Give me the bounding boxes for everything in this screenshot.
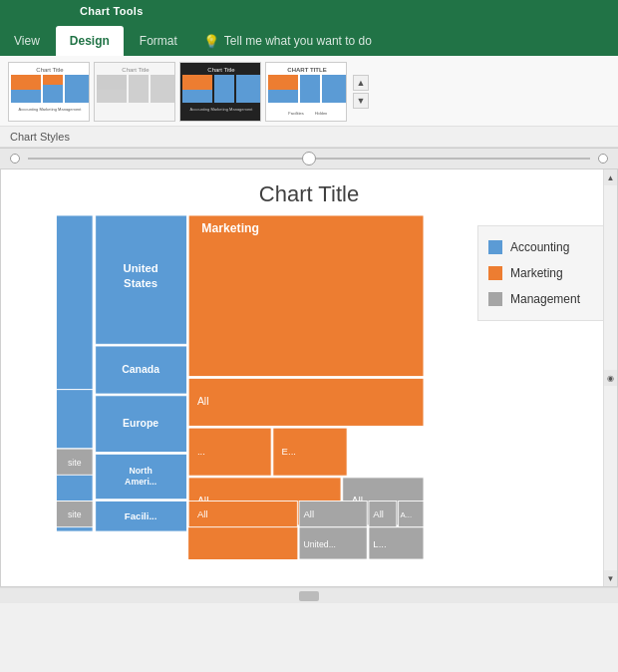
tab-row: View Design Format 💡 Tell me what you wa…	[0, 22, 618, 56]
style-thumb-4[interactable]: CHART TITLE Facilities Hidden	[265, 62, 347, 122]
svg-text:All: All	[303, 508, 314, 519]
svg-rect-28	[56, 390, 93, 449]
svg-text:Hidden: Hidden	[315, 111, 328, 116]
chart-tools-label: Chart Tools	[80, 5, 144, 17]
style-thumb-3[interactable]: Chart Title Accounting Marketing Managem…	[179, 62, 261, 122]
svg-rect-18	[236, 75, 260, 103]
scrollbar-up-btn[interactable]: ▲	[604, 169, 618, 185]
scroll-down-arrow[interactable]: ▼	[353, 93, 369, 109]
svg-text:Chart Title: Chart Title	[122, 67, 150, 73]
svg-text:...: ...	[197, 446, 205, 457]
svg-text:Marketing: Marketing	[201, 221, 259, 235]
svg-text:All: All	[197, 396, 209, 407]
tab-design[interactable]: Design	[56, 26, 124, 56]
svg-text:L...: L...	[373, 538, 386, 549]
svg-text:United: United	[123, 262, 157, 274]
svg-text:States: States	[124, 277, 157, 289]
slider-row	[0, 149, 618, 168]
scrollbar-track-2	[604, 386, 617, 570]
legend-color-accounting	[488, 240, 502, 254]
legend-color-marketing	[488, 266, 502, 280]
tab-format[interactable]: Format	[126, 26, 191, 56]
chart-tools-bar: Chart Tools	[0, 0, 618, 22]
svg-text:site: site	[68, 458, 82, 468]
svg-rect-17	[214, 75, 234, 103]
svg-rect-12	[151, 75, 174, 103]
slider-thumb[interactable]	[302, 152, 316, 166]
ribbon-container: Chart Tools View Design Format 💡 Tell me…	[0, 0, 618, 149]
treemap-wrapper: site site United States Canada Europe No…	[1, 215, 617, 569]
svg-text:Ameri...: Ameri...	[125, 477, 156, 487]
style-thumb-1[interactable]: Chart Title Accounting Marketing Managem…	[8, 62, 90, 122]
svg-text:All: All	[197, 508, 208, 519]
svg-text:Canada: Canada	[122, 364, 159, 375]
svg-text:CHART TITLE: CHART TITLE	[287, 67, 326, 73]
legend-item-management: Management	[488, 292, 596, 306]
scrollbar-track	[604, 185, 617, 370]
legend-color-management	[488, 292, 502, 306]
bottom-scroll-thumb[interactable]	[299, 591, 319, 601]
chart-legend: Accounting Marketing Management	[477, 225, 607, 321]
svg-rect-65	[188, 527, 297, 559]
tab-view[interactable]: View	[0, 26, 54, 56]
chart-styles-area: Chart Title Accounting Marketing Managem…	[0, 56, 618, 127]
svg-rect-27	[56, 215, 93, 390]
style-scroll-arrows[interactable]: ▲ ▼	[353, 75, 369, 109]
legend-label-management: Management	[510, 292, 580, 306]
tell-me-bar[interactable]: 💡 Tell me what you want to do	[203, 26, 372, 56]
svg-rect-23	[300, 75, 320, 103]
legend-item-marketing: Marketing	[488, 266, 596, 280]
svg-text:Accounting Marketing Managemen: Accounting Marketing Management	[19, 107, 83, 112]
treemap-svg: site site United States Canada Europe No…	[11, 215, 471, 559]
slider-left-end	[10, 154, 20, 164]
bottom-scroll-bar[interactable]	[0, 587, 618, 603]
svg-text:A...: A...	[400, 510, 412, 519]
svg-text:All: All	[373, 508, 384, 519]
svg-rect-11	[129, 75, 149, 103]
scroll-up-arrow[interactable]: ▲	[353, 75, 369, 91]
svg-rect-47	[188, 215, 424, 377]
svg-rect-16	[182, 75, 212, 90]
slider-right-end	[598, 154, 608, 164]
legend-label-marketing: Marketing	[510, 266, 563, 280]
chart-area: Chart Title site site United States	[0, 168, 618, 587]
svg-text:Chart Title: Chart Title	[207, 67, 235, 73]
scrollbar-middle-btn[interactable]: ◉	[604, 370, 618, 386]
svg-rect-2	[11, 75, 41, 90]
scrollbar-down-btn[interactable]: ▼	[604, 570, 618, 586]
svg-rect-5	[65, 75, 89, 103]
legend-label-accounting: Accounting	[510, 240, 569, 254]
chart-title: Chart Title	[1, 169, 617, 215]
svg-text:North: North	[129, 466, 152, 476]
style-thumb-2[interactable]: Chart Title	[94, 62, 175, 122]
right-scrollbar[interactable]: ▲ ◉ ▼	[603, 169, 617, 586]
svg-rect-24	[322, 75, 346, 103]
svg-text:Europe: Europe	[123, 418, 158, 429]
svg-text:United...: United...	[303, 539, 335, 549]
svg-text:Facilities: Facilities	[288, 111, 304, 116]
legend-item-accounting: Accounting	[488, 240, 596, 254]
svg-text:Accounting Marketing Managemen: Accounting Marketing Management	[190, 107, 254, 112]
svg-rect-49	[188, 378, 424, 426]
treemap-main: site site United States Canada Europe No…	[11, 215, 471, 559]
svg-text:site: site	[68, 509, 82, 519]
svg-text:Facili...: Facili...	[125, 510, 157, 521]
svg-rect-4	[43, 75, 63, 85]
svg-text:Chart Title: Chart Title	[36, 67, 64, 73]
svg-rect-10	[97, 75, 127, 90]
svg-text:E...: E...	[282, 446, 296, 457]
chart-styles-label: Chart Styles	[0, 127, 618, 148]
slider-track[interactable]	[28, 158, 590, 160]
bulb-icon: 💡	[203, 34, 219, 49]
svg-rect-22	[268, 75, 298, 90]
